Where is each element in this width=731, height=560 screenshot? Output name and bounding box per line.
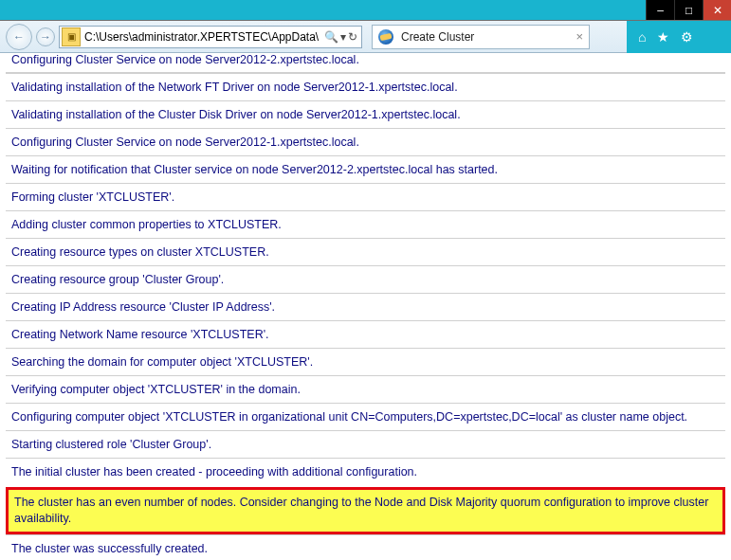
nav-forward-button[interactable]: → bbox=[36, 27, 55, 46]
home-icon[interactable]: ⌂ bbox=[638, 29, 646, 45]
folder-icon: ▣ bbox=[62, 27, 81, 46]
log-line: Starting clustered role 'Cluster Group'. bbox=[6, 430, 725, 458]
address-input[interactable] bbox=[82, 27, 320, 46]
window-close-button[interactable]: ✕ bbox=[703, 0, 731, 20]
tab-title: Create Cluster bbox=[401, 30, 568, 44]
search-icon[interactable]: 🔍 bbox=[324, 30, 338, 44]
log-line: Adding cluster common properties to XTCL… bbox=[6, 210, 725, 238]
report-content: Configuring Cluster Service on node Serv… bbox=[0, 53, 731, 560]
log-line: Creating IP Address resource 'Cluster IP… bbox=[6, 293, 725, 320]
log-line: Searching the domain for computer object… bbox=[6, 348, 725, 375]
dropdown-icon[interactable]: ▾ bbox=[340, 30, 346, 44]
log-line: Creating resource types on cluster XTCLU… bbox=[6, 238, 725, 265]
tab-close-button[interactable]: × bbox=[576, 29, 583, 44]
log-line: Configuring Cluster Service on node Serv… bbox=[6, 53, 725, 73]
log-line: Validating installation of the Cluster D… bbox=[6, 100, 725, 128]
favorites-icon[interactable]: ★ bbox=[657, 29, 669, 45]
command-bar: ⌂ ★ ⚙ bbox=[627, 21, 731, 53]
log-line: Configuring computer object 'XTCLUSTER i… bbox=[6, 403, 725, 430]
browser-toolbar: ← → ▣ 🔍 ▾ ↻ Create Cluster × bbox=[0, 21, 731, 53]
ie-icon bbox=[378, 29, 393, 45]
log-line: The cluster was successfully created. bbox=[6, 534, 725, 560]
window-minimize-button[interactable]: – bbox=[646, 0, 674, 20]
address-tools: 🔍 ▾ ↻ bbox=[320, 30, 361, 44]
window-titlebar: – □ ✕ bbox=[0, 0, 731, 21]
log-line: Waiting for notification that Cluster se… bbox=[6, 155, 725, 183]
log-line: Forming cluster 'XTCLUSTER'. bbox=[6, 183, 725, 210]
nav-back-button[interactable]: ← bbox=[6, 24, 32, 50]
log-line: Configuring Cluster Service on node Serv… bbox=[6, 128, 725, 155]
log-line: Verifying computer object 'XTCLUSTER' in… bbox=[6, 375, 725, 403]
browser-tab[interactable]: Create Cluster × bbox=[372, 25, 590, 49]
tools-icon[interactable]: ⚙ bbox=[681, 29, 693, 45]
window-maximize-button[interactable]: □ bbox=[674, 0, 703, 20]
log-line: Creating resource group 'Cluster Group'. bbox=[6, 265, 725, 293]
log-line: Validating installation of the Network F… bbox=[6, 73, 725, 100]
log-line: Creating Network Name resource 'XTCLUSTE… bbox=[6, 320, 725, 348]
refresh-icon[interactable]: ↻ bbox=[348, 30, 357, 44]
log-line: The initial cluster has been created - p… bbox=[6, 458, 725, 485]
warning-message: The cluster has an even number of nodes.… bbox=[6, 487, 725, 534]
address-bar[interactable]: ▣ 🔍 ▾ ↻ bbox=[59, 26, 362, 48]
